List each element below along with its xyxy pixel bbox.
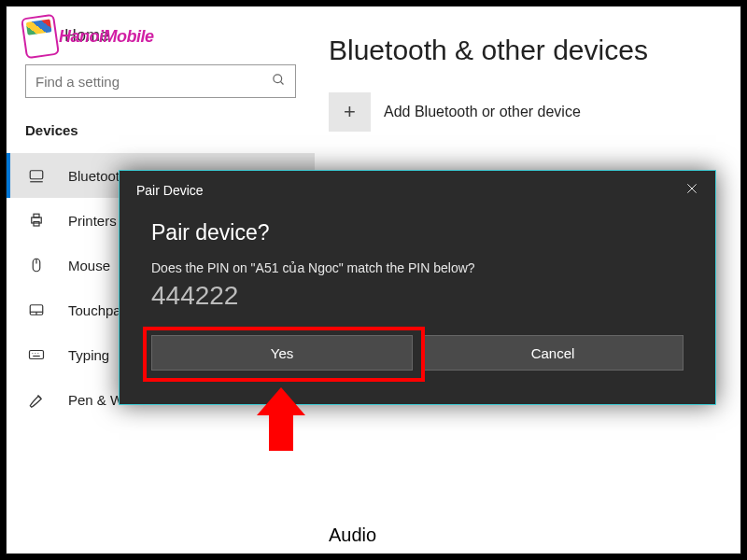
pair-device-dialog: Pair Device Pair device? Does the PIN on…	[119, 170, 716, 405]
watermark-logo: HanoiMobile	[23, 16, 154, 57]
audio-heading: Audio	[329, 525, 376, 546]
phone-logo-icon	[21, 14, 60, 60]
dialog-title: Pair Device	[136, 183, 204, 198]
svg-rect-4	[32, 217, 42, 223]
sidebar-item-label: Mouse	[68, 258, 110, 273]
search-box[interactable]	[25, 64, 296, 98]
add-device-row[interactable]: + Add Bluetooth or other device	[329, 92, 730, 132]
svg-rect-6	[34, 222, 39, 227]
svg-point-0	[274, 75, 282, 83]
bluetooth-icon	[27, 166, 46, 185]
yes-button[interactable]: Yes	[151, 335, 413, 371]
watermark-text: HanoiMobile	[59, 27, 154, 47]
search-input[interactable]	[35, 74, 272, 90]
search-icon	[272, 73, 286, 90]
touchpad-icon	[27, 301, 46, 319]
mouse-icon	[27, 256, 46, 274]
pen-icon	[27, 390, 46, 409]
close-icon[interactable]	[685, 180, 698, 200]
svg-line-1	[280, 81, 283, 84]
svg-rect-2	[30, 171, 43, 179]
page-title: Bluetooth & other devices	[329, 35, 730, 66]
plus-icon: +	[329, 92, 371, 132]
section-label: Devices	[7, 111, 315, 149]
pin-code: 444222	[151, 281, 684, 311]
dialog-message: Does the PIN on "A51 của Ngoc" match the…	[151, 260, 684, 275]
sidebar-item-label: Typing	[68, 347, 109, 363]
printer-icon	[27, 211, 46, 230]
svg-rect-5	[34, 214, 39, 217]
keyboard-icon	[27, 345, 46, 364]
add-device-label: Add Bluetooth or other device	[384, 104, 581, 120]
cancel-button[interactable]: Cancel	[422, 335, 684, 371]
dialog-heading: Pair device?	[151, 220, 684, 245]
main-pane: Bluetooth & other devices + Add Bluetoot…	[319, 7, 740, 160]
svg-rect-12	[30, 351, 44, 359]
